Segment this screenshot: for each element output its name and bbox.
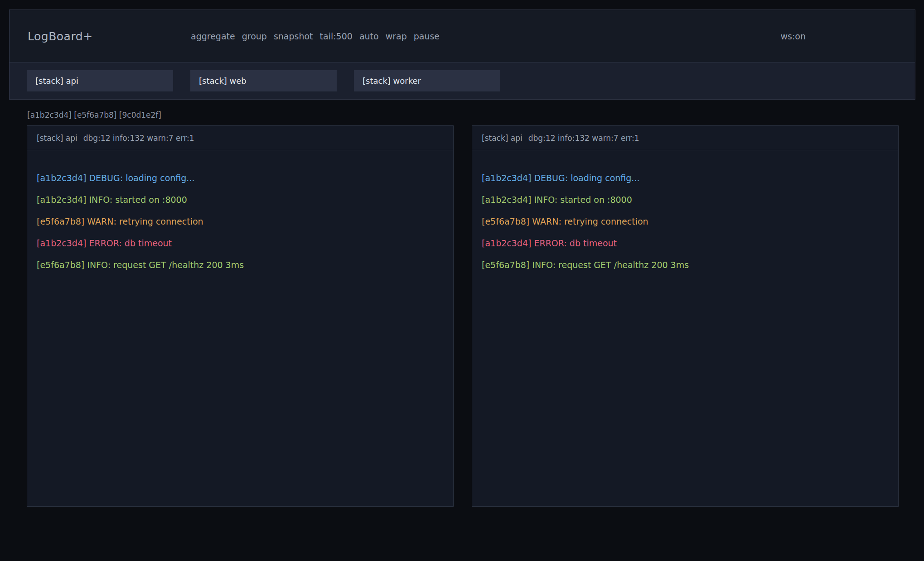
main-menu: aggregate group snapshot tail:500 auto w… xyxy=(191,31,440,41)
panel-source-label: [stack] api xyxy=(37,134,77,143)
log-panels: [stack] api dbg:12 info:132 warn:7 err:1… xyxy=(27,125,899,507)
ws-status[interactable]: ws:on xyxy=(780,31,806,41)
stacks-tabbar: [stack] api [stack] web [stack] worker xyxy=(10,62,915,99)
menu-item-auto[interactable]: auto xyxy=(359,31,379,41)
log-line: [e5f6a7b8] INFO: request GET /healthz 20… xyxy=(37,254,449,276)
panel-header: [stack] api dbg:12 info:132 warn:7 err:1 xyxy=(27,126,453,150)
log-list: [a1b2c3d4] DEBUG: loading config... [a1b… xyxy=(27,150,453,276)
log-line: [a1b2c3d4] INFO: started on :8000 xyxy=(482,189,894,211)
panel-header: [stack] api dbg:12 info:132 warn:7 err:1 xyxy=(472,126,898,150)
menu-item-tail[interactable]: tail:500 xyxy=(320,31,353,41)
panel-level-counts: dbg:12 info:132 warn:7 err:1 xyxy=(528,134,639,143)
log-panel-left: [stack] api dbg:12 info:132 warn:7 err:1… xyxy=(27,125,454,507)
log-line: [a1b2c3d4] ERROR: db timeout xyxy=(37,232,449,254)
log-line: [a1b2c3d4] ERROR: db timeout xyxy=(482,232,894,254)
log-line: [e5f6a7b8] WARN: retrying connection xyxy=(37,211,449,232)
tab-stack-worker[interactable]: [stack] worker xyxy=(354,70,500,91)
menu-item-aggregate[interactable]: aggregate xyxy=(191,31,235,41)
log-line: [e5f6a7b8] INFO: request GET /healthz 20… xyxy=(482,254,894,276)
app-title: LogBoard+ xyxy=(28,29,93,43)
log-line: [a1b2c3d4] DEBUG: loading config... xyxy=(482,167,894,189)
log-list: [a1b2c3d4] DEBUG: loading config... [a1b… xyxy=(472,150,898,276)
tab-stack-api[interactable]: [stack] api xyxy=(27,70,173,91)
header-bar: LogBoard+ aggregate group snapshot tail:… xyxy=(10,10,915,62)
menu-item-snapshot[interactable]: snapshot xyxy=(274,31,313,41)
panel-level-counts: dbg:12 info:132 warn:7 err:1 xyxy=(83,134,194,143)
menu-item-pause[interactable]: pause xyxy=(414,31,440,41)
log-panel-right: [stack] api dbg:12 info:132 warn:7 err:1… xyxy=(472,125,899,507)
app-frame: LogBoard+ aggregate group snapshot tail:… xyxy=(9,10,915,100)
tab-stack-web[interactable]: [stack] web xyxy=(190,70,337,91)
tab-label: [stack] worker xyxy=(363,76,421,86)
log-line: [a1b2c3d4] DEBUG: loading config... xyxy=(37,167,449,189)
log-line: [e5f6a7b8] WARN: retrying connection xyxy=(482,211,894,232)
menu-item-group[interactable]: group xyxy=(242,31,267,41)
menu-item-wrap[interactable]: wrap xyxy=(386,31,407,41)
log-line: [a1b2c3d4] INFO: started on :8000 xyxy=(37,189,449,211)
tab-label: [stack] web xyxy=(199,76,247,86)
trace-id-list: [a1b2c3d4] [e5f6a7b8] [9c0d1e2f] xyxy=(27,110,161,120)
panel-source-label: [stack] api xyxy=(482,134,522,143)
tab-label: [stack] api xyxy=(35,76,78,86)
